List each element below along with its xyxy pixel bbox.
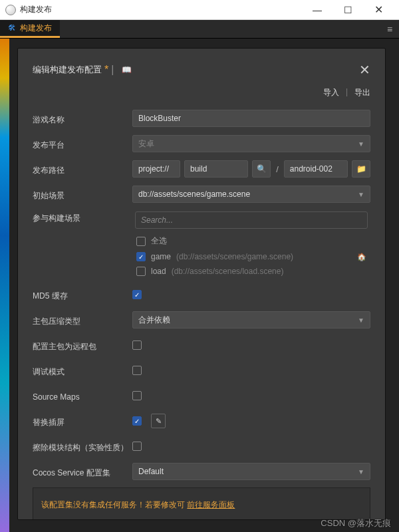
- build-panel: 编辑构建发布配置 * | 📖 ✕ 导入 | 导出 游戏名称 BlockBuste…: [17, 48, 386, 520]
- export-button[interactable]: 导出: [354, 87, 370, 98]
- service-panel-link[interactable]: 前往服务面板: [187, 500, 235, 509]
- label-initial-scene: 初始场景: [33, 188, 132, 201]
- panel-title: 编辑构建发布配置: [33, 64, 102, 76]
- label-compress: 主包压缩类型: [33, 313, 132, 327]
- compress-select[interactable]: 合并依赖▼: [132, 311, 370, 329]
- background-decoration: [0, 39, 9, 532]
- import-button[interactable]: 导入: [323, 87, 339, 98]
- close-button[interactable]: ✕: [363, 0, 394, 20]
- label-erase: 擦除模块结构（实验性质）: [33, 440, 132, 454]
- scene-row-load[interactable]: load (db://assets/scenes/load.scene): [132, 264, 370, 279]
- select-all-checkbox[interactable]: [136, 237, 146, 246]
- label-scenes: 参与构建场景: [33, 210, 132, 224]
- tab-build[interactable]: 🛠 构建发布: [0, 20, 60, 38]
- folder-icon[interactable]: 📁: [352, 160, 370, 178]
- wrench-icon: 🛠: [8, 23, 16, 33]
- game-name-input[interactable]: BlockBuster: [132, 110, 370, 127]
- path-seg2-input[interactable]: android-002: [284, 160, 348, 178]
- chevron-down-icon: ▼: [358, 317, 364, 324]
- required-marker: *: [104, 64, 108, 76]
- label-service: Cocos Service 配置集: [33, 465, 132, 479]
- tab-label: 构建发布: [20, 23, 52, 34]
- docs-icon[interactable]: 📖: [122, 65, 132, 74]
- label-remote: 配置主包为远程包: [33, 338, 132, 352]
- chevron-down-icon: ▼: [358, 468, 364, 475]
- remote-checkbox[interactable]: [132, 340, 142, 350]
- label-debug: 调试模式: [33, 364, 132, 378]
- watermark: CSDN @落水无痕: [321, 517, 391, 529]
- select-all-row[interactable]: 全选: [132, 233, 370, 249]
- service-select[interactable]: Default▼: [132, 463, 370, 480]
- scene-row-game[interactable]: game (db://assets/scenes/game.scene) 🏠: [132, 249, 370, 264]
- scene-checkbox[interactable]: [136, 252, 146, 261]
- label-sourcemaps: Source Maps: [33, 390, 132, 402]
- label-path: 发布路径: [33, 162, 132, 176]
- edit-icon[interactable]: ✎: [151, 414, 166, 428]
- path-separator: /: [275, 164, 280, 174]
- app-icon: [5, 5, 16, 15]
- tab-menu-button[interactable]: ≡: [380, 20, 399, 38]
- maximize-button[interactable]: ☐: [332, 0, 363, 20]
- splash-checkbox[interactable]: [132, 416, 142, 426]
- initial-scene-select[interactable]: db://assets/scenes/game.scene▼: [132, 186, 370, 203]
- sourcemaps-checkbox[interactable]: [132, 391, 142, 400]
- debug-checkbox[interactable]: [132, 366, 142, 375]
- search-icon[interactable]: 🔍: [252, 160, 271, 178]
- window-title: 构建发布: [20, 4, 302, 15]
- scene-search-input[interactable]: Search...: [135, 211, 368, 229]
- path-seg1-input[interactable]: build: [184, 160, 248, 178]
- tab-bar: 🛠 构建发布 ≡: [0, 20, 399, 39]
- label-platform: 发布平台: [33, 137, 132, 151]
- minimize-button[interactable]: —: [302, 0, 332, 20]
- erase-checkbox[interactable]: [132, 442, 142, 451]
- label-game-name: 游戏名称: [33, 112, 132, 126]
- chevron-down-icon: ▼: [358, 191, 364, 198]
- label-md5: MD5 缓存: [33, 288, 132, 302]
- label-splash: 替换插屏: [33, 414, 132, 428]
- divider: |: [111, 64, 114, 76]
- divider: |: [346, 87, 348, 98]
- service-warning: 该配置集没有集成任何服务！若要修改可 前往服务面板: [33, 487, 370, 520]
- panel-close-button[interactable]: ✕: [359, 62, 370, 78]
- chevron-down-icon: ▼: [358, 140, 364, 148]
- platform-select[interactable]: 安卓▼: [132, 135, 370, 152]
- home-icon[interactable]: 🏠: [357, 253, 366, 261]
- path-scheme[interactable]: project://: [132, 160, 180, 178]
- scene-checkbox[interactable]: [136, 267, 146, 276]
- md5-checkbox[interactable]: [132, 290, 142, 299]
- window-titlebar: 构建发布 — ☐ ✕: [0, 0, 399, 20]
